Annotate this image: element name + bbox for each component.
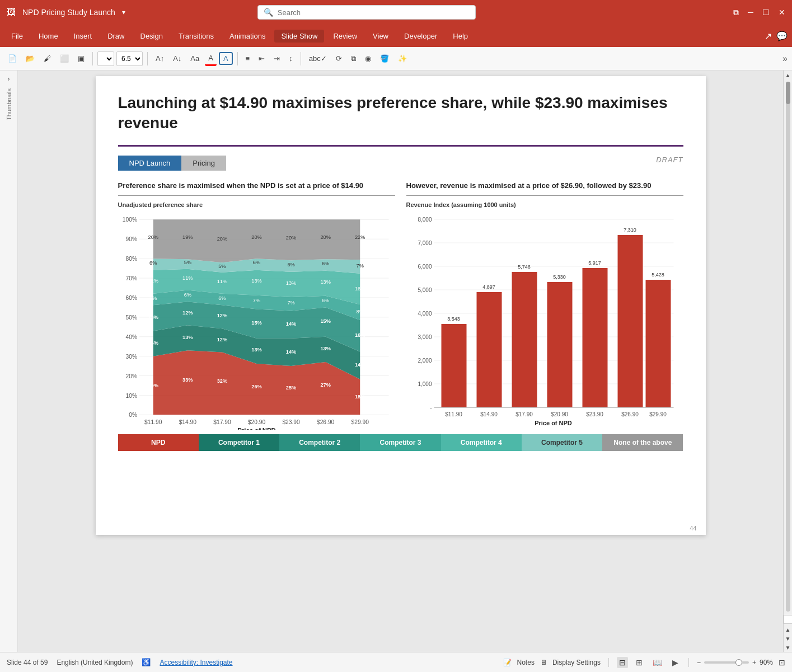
arrange-btn[interactable]: ⧉ — [348, 52, 359, 65]
svg-text:15%: 15% — [251, 320, 261, 326]
convert-btn[interactable]: ⟳ — [332, 52, 345, 65]
maximize-icon[interactable]: ☐ — [762, 8, 770, 17]
right-chart-label: Revenue Index (assuming 1000 units) — [406, 201, 683, 208]
change-case-btn[interactable]: Aa — [187, 52, 203, 65]
sidebar-toggle[interactable]: › — [8, 75, 10, 83]
search-bar[interactable]: 🔍 Search — [257, 5, 476, 20]
scroll-down-btn-2[interactable]: ▼ — [784, 634, 793, 643]
svg-text:0%: 0% — [129, 412, 137, 418]
scrollbar-right: ▲ ▲ ▼ ▼ — [783, 71, 792, 652]
menu-draw[interactable]: Draw — [101, 30, 131, 43]
accessibility-text[interactable]: Accessibility: Investigate — [160, 659, 232, 666]
increase-font-btn[interactable]: A↑ — [152, 52, 167, 65]
svg-text:13%: 13% — [285, 280, 296, 286]
notes-btn[interactable]: Notes — [517, 659, 535, 666]
new-btn[interactable]: 📄 — [4, 52, 20, 65]
display-settings-icon: 🖥 — [540, 659, 547, 666]
dropdown-arrow[interactable]: ▾ — [122, 8, 125, 16]
indent-left-btn[interactable]: ⇤ — [255, 52, 268, 65]
scroll-down-btn-1[interactable]: ▲ — [784, 625, 793, 634]
menu-help[interactable]: Help — [446, 30, 475, 43]
svg-text:11%: 11% — [182, 275, 193, 281]
comment-icon[interactable]: 💬 — [776, 31, 788, 41]
slide-area: Launching at $14.90 maximises preference… — [18, 71, 783, 652]
effects-btn[interactable]: ✨ — [395, 52, 410, 65]
svg-text:$23.90: $23.90 — [282, 419, 300, 425]
svg-text:14%: 14% — [285, 321, 296, 327]
svg-text:5,330: 5,330 — [553, 274, 566, 280]
decrease-font-btn[interactable]: A↓ — [170, 52, 185, 65]
svg-text:Price of NPD: Price of NPD — [535, 420, 572, 426]
search-input[interactable]: Search — [278, 8, 470, 17]
scroll-thumb[interactable] — [786, 82, 790, 104]
zoom-plus-btn[interactable]: + — [752, 659, 756, 666]
svg-text:7,310: 7,310 — [624, 227, 636, 233]
view-normal-btn[interactable]: ⊟ — [617, 657, 628, 668]
toolbar-expand[interactable]: » — [782, 54, 788, 64]
menu-insert[interactable]: Insert — [67, 30, 99, 43]
legend-comp2: Competitor 2 — [279, 434, 360, 451]
menu-review[interactable]: Review — [326, 30, 364, 43]
svg-text:90%: 90% — [125, 236, 137, 242]
font-name-select[interactable] — [97, 51, 114, 66]
tab-npd-launch[interactable]: NPD Launch — [118, 156, 182, 171]
svg-text:6%: 6% — [149, 295, 157, 301]
scroll-down-btn-3[interactable]: ▼ — [784, 643, 793, 652]
draft-label: DRAFT — [656, 156, 683, 164]
font-color-btn[interactable]: A — [205, 51, 217, 66]
view-grid-btn[interactable]: ⊞ — [634, 657, 645, 668]
frame-btn[interactable]: ▣ — [74, 52, 88, 65]
menu-slideshow[interactable]: Slide Show — [274, 30, 324, 43]
menu-home[interactable]: Home — [32, 30, 65, 43]
svg-text:30%: 30% — [125, 354, 137, 360]
scroll-up-btn[interactable]: ▲ — [784, 71, 793, 79]
fit-page-icon[interactable]: ⊡ — [779, 658, 785, 667]
menu-design[interactable]: Design — [134, 30, 170, 43]
text-box-btn[interactable]: A — [219, 52, 233, 65]
crop-btn[interactable]: ⬜ — [57, 52, 72, 65]
svg-text:80%: 80% — [125, 256, 137, 262]
svg-text:20%: 20% — [125, 373, 137, 379]
bar-chart-svg: 8,000 7,000 6,000 5,000 4,000 3,000 2,00… — [406, 212, 683, 430]
svg-text:$20.90: $20.90 — [551, 411, 568, 417]
right-panel: However, revenue is maximised at a price… — [406, 181, 683, 430]
share-icon[interactable]: ↗ — [765, 31, 772, 41]
menu-view[interactable]: View — [366, 30, 395, 43]
sidebar-label[interactable]: Thumbnails — [6, 88, 12, 120]
view-read-btn[interactable]: 📖 — [650, 657, 664, 668]
minimize-icon[interactable]: ─ — [748, 8, 753, 17]
menu-file[interactable]: File — [4, 30, 30, 43]
tab-pricing[interactable]: Pricing — [181, 156, 226, 171]
svg-text:13%: 13% — [182, 335, 193, 340]
align-left-btn[interactable]: ≡ — [242, 52, 254, 65]
menu-transitions[interactable]: Transitions — [172, 30, 221, 43]
close-icon[interactable]: ✕ — [779, 8, 785, 17]
stacked-chart: 100% 90% 80% 70% 60% 50% 40% 30% 20% 10%… — [118, 212, 395, 430]
search-icon: 🔍 — [264, 8, 273, 17]
indent-right-btn[interactable]: ⇥ — [270, 52, 283, 65]
zoom-minus-btn[interactable]: − — [697, 659, 701, 666]
zoom-level: 90% — [760, 659, 773, 666]
status-bar-right: 📝 Notes 🖥 Display Settings ⊟ ⊞ 📖 ▶ − + 9… — [503, 657, 785, 668]
shapes-circle-btn[interactable]: ◉ — [362, 52, 374, 65]
svg-text:12%: 12% — [217, 337, 227, 342]
left-chart-label: Unadjusted preference share — [118, 201, 395, 208]
menu-developer[interactable]: Developer — [397, 30, 444, 43]
line-spacing-btn[interactable]: ↕ — [285, 52, 296, 65]
view-slide-btn[interactable]: ▶ — [670, 657, 681, 668]
legend-npd: NPD — [118, 434, 199, 451]
spell-check-btn[interactable]: abc✓ — [306, 52, 330, 65]
svg-text:20%: 20% — [251, 234, 261, 240]
svg-text:$29.90: $29.90 — [649, 411, 667, 417]
legend-none: None of the above — [602, 434, 683, 451]
menu-animations[interactable]: Animations — [223, 30, 272, 43]
svg-text:27%: 27% — [320, 382, 330, 388]
open-btn[interactable]: 📂 — [22, 52, 38, 65]
format-painter-btn[interactable]: 🖌 — [40, 52, 54, 65]
toolbar: 📄 📂 🖌 ⬜ ▣ 6.5 A↑ A↓ Aa A A ≡ ⇤ ⇥ ↕ abc✓ … — [0, 47, 792, 71]
zoom-slider[interactable] — [704, 661, 749, 664]
restore-icon[interactable]: ⧉ — [733, 8, 739, 17]
display-settings-btn[interactable]: Display Settings — [552, 659, 601, 666]
fill-btn[interactable]: 🪣 — [377, 52, 392, 65]
font-size-select[interactable]: 6.5 — [116, 51, 143, 66]
